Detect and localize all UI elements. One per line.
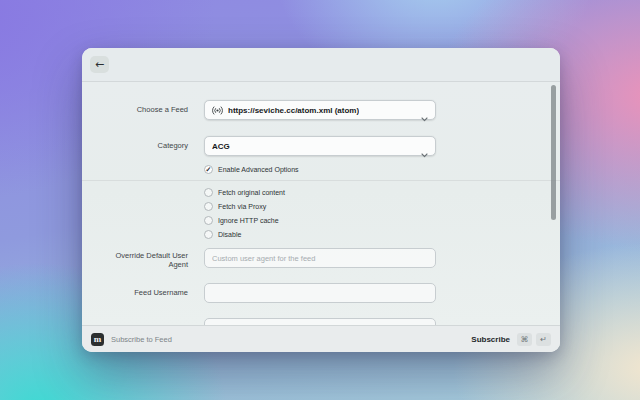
checkbox-label: Disable: [218, 231, 241, 238]
subscribe-button[interactable]: Subscribe ⌘ ↵: [471, 333, 551, 346]
checkbox-label: Fetch original content: [218, 189, 285, 196]
subscribe-button-label: Subscribe: [471, 335, 510, 344]
category-select[interactable]: ACG: [204, 136, 436, 156]
fetch-original-content-checkbox[interactable]: Fetch original content: [204, 188, 285, 197]
section-divider: [82, 180, 560, 181]
feed-select-value: https://seviche.cc/atom.xml (atom): [228, 106, 359, 115]
checkmark-icon: ✓: [206, 166, 212, 173]
disable-checkbox[interactable]: Disable: [204, 230, 241, 239]
feed-username-label: Feed Username: [82, 288, 188, 297]
window-titlebar: ←: [82, 48, 560, 82]
user-agent-field[interactable]: [204, 248, 436, 268]
chevron-down-icon: [421, 144, 428, 162]
checkbox-label: Ignore HTTP cache: [218, 217, 279, 224]
subscribe-feed-window: ← Choose a Feed https://seviche.cc/atom.…: [82, 48, 560, 352]
checkbox-unchecked: [204, 202, 213, 211]
footer-title: Subscribe to Feed: [111, 335, 471, 344]
checkbox-label: Enable Advanced Options: [218, 166, 299, 173]
checkbox-unchecked: [204, 216, 213, 225]
back-button[interactable]: ←: [90, 56, 109, 73]
enable-advanced-options-checkbox[interactable]: ✓ Enable Advanced Options: [204, 165, 299, 174]
checkbox-unchecked: [204, 188, 213, 197]
vertical-scrollbar[interactable]: [551, 85, 556, 220]
checkbox-unchecked: [204, 230, 213, 239]
next-field-partial[interactable]: [204, 318, 436, 325]
feed-select[interactable]: https://seviche.cc/atom.xml (atom): [204, 100, 436, 120]
checkbox-label: Fetch via Proxy: [218, 203, 266, 210]
command-key-icon: ⌘: [517, 333, 532, 346]
ignore-http-cache-checkbox[interactable]: Ignore HTTP cache: [204, 216, 279, 225]
return-key-icon: ↵: [536, 333, 551, 346]
chevron-down-icon: [421, 108, 428, 126]
category-select-value: ACG: [212, 142, 230, 151]
checkbox-checked: ✓: [204, 165, 213, 174]
miniflux-logo-icon: m: [91, 333, 104, 346]
screen: ← Choose a Feed https://seviche.cc/atom.…: [0, 0, 640, 400]
back-arrow-icon: ←: [95, 59, 104, 70]
feed-signal-icon: [212, 106, 223, 115]
window-footer: m Subscribe to Feed Subscribe ⌘ ↵: [82, 325, 560, 352]
user-agent-label: Override Default User Agent: [108, 251, 188, 270]
category-select-label: Category: [82, 141, 188, 150]
feed-username-field[interactable]: [204, 283, 436, 303]
fetch-via-proxy-checkbox[interactable]: Fetch via Proxy: [204, 202, 266, 211]
form-content: Choose a Feed https://seviche.cc/atom.xm…: [82, 82, 560, 325]
feed-select-label: Choose a Feed: [82, 105, 188, 114]
